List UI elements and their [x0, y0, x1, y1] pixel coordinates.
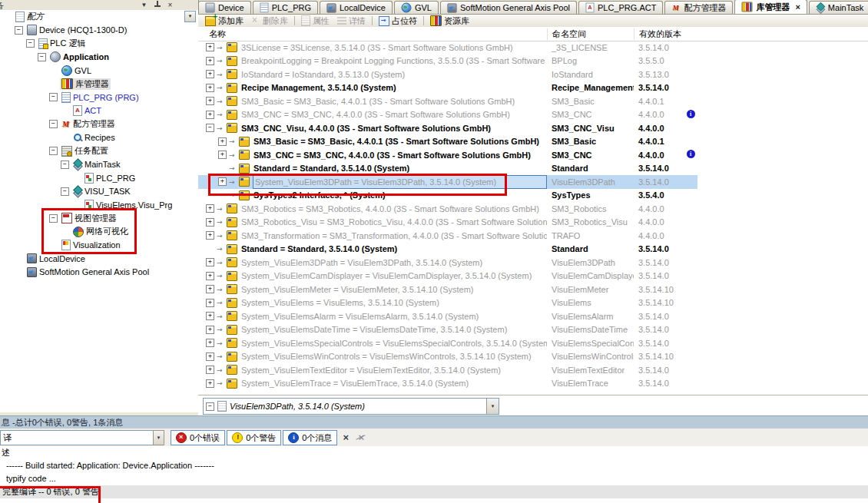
expander-minus-icon[interactable]: − [206, 124, 214, 132]
tab-maintask[interactable]: MainTask [809, 1, 868, 14]
library-row[interactable]: +SM3_CNC = SM3_CNC, 4.4.0.0 (3S - Smart … [198, 148, 868, 162]
tab--[interactable]: 配方管理器 [664, 1, 733, 14]
library-row[interactable]: SysTypes2 Interfaces, * (System)SysTypes… [198, 189, 868, 203]
messages-filter-combo[interactable]: 译 [0, 430, 156, 445]
expander-plus-icon[interactable]: + [206, 326, 214, 334]
column-header-namespace[interactable]: 命名空间 [547, 28, 634, 40]
expander-plus-icon[interactable]: + [206, 312, 214, 320]
library-row[interactable]: +IoStandard = IoStandard, 3.5.13.0 (Syst… [198, 68, 868, 81]
library-row[interactable]: +System_VisuElem3DPath = VisuElem3DPath,… [198, 256, 868, 270]
library-row[interactable]: +SM3_Basic = SM3_Basic, 4.4.0.1 (3S - Sm… [198, 94, 868, 108]
tab-close-icon[interactable]: × [795, 3, 800, 12]
tree-item-device-hcq1-1300-d-[interactable]: −Device (HCQ1-1300-D) [0, 24, 198, 38]
expander-plus-icon[interactable]: + [206, 352, 214, 361]
expander-minus-icon[interactable]: − [49, 93, 58, 101]
tree-item-plc_prg-prg-[interactable]: −PLC_PRG (PRG) [0, 91, 198, 104]
tree-item-visu_task[interactable]: −VISU_TASK [0, 185, 198, 199]
toolbar-button-placeholder[interactable]: 占位符 [375, 15, 421, 27]
library-row[interactable]: +SM3_Robotics_Visu = SM3_Robotics_Visu, … [198, 216, 868, 230]
tree-item-maintask[interactable]: −MainTask [0, 158, 198, 172]
library-row[interactable]: +System_VisuElemsSpecialControls = VisuE… [198, 336, 868, 350]
expander-plus-icon[interactable]: + [206, 379, 214, 388]
expander-plus-icon[interactable]: + [206, 84, 214, 92]
info-badge-icon[interactable] [687, 110, 695, 118]
tree-item--[interactable]: −视图管理器 [0, 212, 198, 226]
message-row[interactable]: ------ Build started: Application: Devic… [0, 459, 868, 472]
column-header-name[interactable]: 名称 [198, 28, 547, 40]
library-row[interactable]: +System_VisuElemTextEditor = VisuElemTex… [198, 363, 868, 377]
expander-plus-icon[interactable]: + [206, 218, 214, 227]
library-row[interactable]: +System_VisuElems = VisuElems, 3.5.14.10… [198, 296, 868, 310]
expander-plus-icon[interactable]: + [206, 231, 214, 240]
tree-item--[interactable]: −任务配置 [0, 144, 198, 158]
expander-minus-icon[interactable]: − [206, 402, 214, 411]
tree-item-visuelems-visu_prg[interactable]: VisuElems.Visu_Prg [0, 198, 198, 212]
expander-minus-icon[interactable]: − [49, 214, 58, 223]
tree-item-visualization[interactable]: Visualization [0, 239, 198, 253]
library-row[interactable]: +System_VisuElem3DPath = VisuElem3DPath,… [198, 175, 868, 189]
expander-minus-icon[interactable]: − [61, 187, 69, 196]
expander-minus-icon[interactable]: − [61, 160, 69, 169]
expander-plus-icon[interactable]: + [206, 97, 214, 105]
message-row[interactable]: 完整编译 -- 0 错误, 0 警告 [0, 485, 868, 498]
tree-item-localdevice[interactable]: LocalDevice [0, 252, 198, 266]
messages-toggle-info[interactable]: 0个消息 [283, 430, 337, 445]
toolbar-button-add-library[interactable]: 添加库 [201, 15, 247, 27]
expander-minus-icon[interactable]: − [26, 39, 35, 48]
clear-all-messages-icon[interactable]: × [354, 431, 368, 445]
library-row[interactable]: +3SLicense = 3SLicense, 3.5.14.0 (3S - S… [198, 41, 868, 55]
expander-plus-icon[interactable]: + [206, 43, 214, 51]
tab-device[interactable]: Device [198, 1, 251, 14]
library-row[interactable]: −SM3_CNC_Visu, 4.4.0.0 (3S - Smart Softw… [198, 121, 868, 135]
expander-plus-icon[interactable]: + [206, 299, 214, 307]
library-row[interactable]: +System_VisuElemMeter = VisuElemMeter, 3… [198, 283, 868, 296]
expander-plus-icon[interactable]: + [206, 204, 214, 213]
combo-dropdown-button[interactable]: ▼ [486, 399, 499, 414]
message-row[interactable]: typify code ... [0, 472, 868, 485]
library-row[interactable]: +System_VisuElemCamDisplayer = VisuElemC… [198, 270, 868, 283]
expander-plus-icon[interactable]: + [218, 151, 227, 159]
expander-minus-icon[interactable]: − [15, 26, 23, 35]
messages-toggle-warning[interactable]: 0个警告 [227, 430, 281, 445]
clear-messages-icon[interactable]: × [339, 431, 353, 445]
expander-plus-icon[interactable]: + [218, 177, 227, 186]
tree-item-act[interactable]: ACT [0, 104, 198, 118]
tree-item--[interactable]: 网络可视化 [0, 225, 198, 239]
tree-item-plc_prg[interactable]: PLC_PRG [0, 171, 198, 185]
expander-plus-icon[interactable]: + [206, 111, 214, 119]
expander-minus-icon[interactable]: − [38, 53, 46, 61]
expander-plus-icon[interactable]: + [206, 272, 214, 280]
library-row[interactable]: +SM3_Robotics = SM3_Robotics, 4.4.0.0 (3… [198, 202, 868, 216]
expander-minus-icon[interactable]: − [49, 120, 58, 128]
tab-plc_prg[interactable]: PLC_PRG [253, 1, 318, 14]
tree-view-dropdown-button[interactable]: ▼ [184, 11, 196, 22]
library-row[interactable]: +SM3_Transformation = SM3_Transformation… [198, 229, 868, 243]
expander-plus-icon[interactable]: + [218, 137, 227, 146]
info-badge-icon[interactable] [687, 150, 695, 158]
tab--[interactable]: 库管理器× [734, 0, 807, 14]
expander-minus-icon[interactable]: − [49, 147, 58, 155]
panel-pin-icon[interactable] [152, 1, 162, 9]
library-row[interactable]: +Recipe Management, 3.5.14.0 (System)Rec… [198, 81, 868, 95]
toolbar-button-library[interactable]: 资源库 [426, 15, 473, 27]
messages-toggle-error[interactable]: 0个错误 [171, 430, 225, 445]
tree-item-application[interactable]: −Application [0, 51, 198, 65]
library-detail-combo[interactable]: − VisuElem3DPath, 3.5.14.0 (System) ▼ [203, 398, 499, 415]
tab-localdevice[interactable]: LocalDevice [320, 1, 393, 14]
messages-filter-dropdown-button[interactable]: ▼ [153, 430, 164, 445]
library-row[interactable]: Standard = Standard, 3.5.14.0 (System)St… [198, 243, 868, 256]
tree-item--[interactable]: 配方 [0, 10, 198, 24]
panel-menu-icon[interactable]: ▼ [139, 1, 149, 9]
library-row[interactable]: +System_VisuElemsWinControls = VisuElems… [198, 350, 868, 364]
tree-item--[interactable]: −配方管理器 [0, 117, 198, 131]
library-row[interactable]: Standard = Standard, 3.5.14.0 (System)St… [198, 162, 868, 176]
expander-plus-icon[interactable]: + [206, 70, 214, 78]
panel-close-icon[interactable]: × [165, 1, 175, 9]
expander-plus-icon[interactable]: + [206, 366, 214, 374]
tab-softmotion-general-axis-pool[interactable]: SoftMotion General Axis Pool [440, 1, 577, 14]
expander-plus-icon[interactable]: + [206, 285, 214, 293]
library-row[interactable]: +System_VisuElemsAlarm = VisuElemsAlarm,… [198, 309, 868, 323]
expander-plus-icon[interactable]: + [206, 339, 214, 347]
expander-plus-icon[interactable]: + [206, 57, 214, 65]
column-header-version[interactable]: 有效的版本 [634, 28, 697, 40]
